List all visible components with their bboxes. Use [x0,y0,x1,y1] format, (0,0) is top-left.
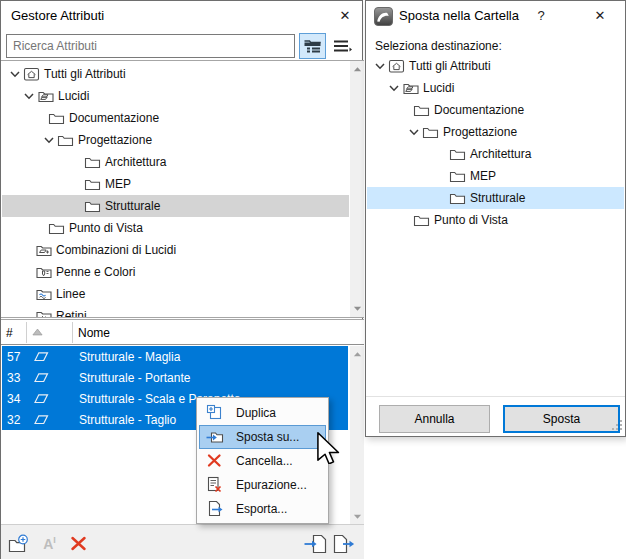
tree-item-lucidi[interactable]: Lucidi [2,85,349,107]
scroll-down-icon[interactable] [350,510,364,524]
scroll-up-icon[interactable] [350,62,364,76]
tree-item-label: Tutti gli Attributi [44,67,126,81]
tree-item-label: MEP [470,169,496,183]
folder-icon [413,212,430,228]
column-number[interactable]: # [6,326,13,340]
list-view-flyout-button[interactable] [329,33,356,59]
tree-item-label: Documentazione [434,103,524,117]
tree-item-label: Strutturale [470,191,525,205]
new-folder-icon [8,534,29,554]
column-name[interactable]: Nome [78,326,110,340]
move-to-folder-icon [206,428,223,445]
tree-scrollbar[interactable] [350,61,364,317]
tree-item-strutturale[interactable]: Strutturale [367,187,624,209]
right-titlebar[interactable]: Sposta nella Cartella ? ✕ [366,1,625,31]
tree-item-progettazione[interactable]: Progettazione [2,129,349,151]
search-input[interactable] [6,34,295,58]
right-dialog-title: Sposta nella Cartella [399,8,519,23]
chevron-down-icon[interactable] [387,81,401,95]
menu-item-esporta[interactable]: Esporta... [199,497,326,521]
export-icon [332,532,355,555]
tree-item-label: Progettazione [443,125,517,139]
tree-item-label: Punto di Vista [434,213,508,227]
folder-icon [413,102,430,118]
row-name: Strutturale - Taglio [79,413,176,427]
chevron-down-icon[interactable] [22,89,36,103]
tree-item-retini[interactable]: Retini [2,305,349,318]
folder-icon [57,132,74,148]
tree-item-label: MEP [105,177,131,191]
destination-prompt: Seleziona destinazione: [375,39,502,53]
tree-item-label: Documentazione [69,111,159,125]
close-icon[interactable]: ✕ [333,5,357,27]
delete-button[interactable] [67,532,90,555]
folder-icon [449,168,466,184]
row-number: 57 [7,350,20,364]
tree-item-documentazione[interactable]: Documentazione [367,99,624,121]
fills-folder-icon [35,308,52,318]
tree-item-tutti-gli-attributi[interactable]: Tutti gli Attributi [367,55,624,77]
duplicate-icon [206,404,223,421]
rename-button[interactable]: AI [38,532,61,555]
close-icon[interactable]: ✕ [588,5,612,27]
list-header[interactable]: # Nome [1,320,364,345]
tree-item-mep[interactable]: MEP [2,173,349,195]
scroll-down-icon[interactable] [350,302,364,316]
tree-item-penne-e-colori[interactable]: Penne e Colori [2,261,349,283]
folder-icon [48,110,65,126]
chevron-down-icon[interactable] [373,59,387,73]
table-row[interactable]: 33Strutturale - Portante [2,367,348,388]
export-item-icon [206,500,223,517]
menu-item-sposta-su[interactable]: Sposta su... [199,425,326,449]
left-titlebar[interactable]: Gestore Attributi ✕ [1,1,362,31]
menu-item-cancella[interactable]: Cancella... [199,449,326,473]
tree-item-architettura[interactable]: Architettura [2,151,349,173]
table-row[interactable]: 57Strutturale - Maglia [2,346,348,367]
new-folder-button[interactable] [7,532,30,555]
confirm-move-button[interactable]: Sposta [503,405,620,433]
import-button[interactable] [304,532,327,555]
layer-icon [32,369,49,385]
export-button[interactable] [332,532,355,555]
folder-icon [84,198,101,214]
menu-item-epurazione[interactable]: Epurazione... [199,473,326,497]
tree-item-combinazioni-di-lucidi[interactable]: Combinazioni di Lucidi [2,239,349,261]
tree-item-tutti-gli-attributi[interactable]: Tutti gli Attributi [2,63,349,85]
tree-item-punto-di-vista[interactable]: Punto di Vista [367,209,624,231]
layers-combo-icon [35,242,52,258]
folder-icon [449,190,466,206]
layers-icon [37,88,54,104]
folder-icon [84,154,101,170]
sort-ascending-icon[interactable] [32,328,43,336]
archicad-logo-icon [374,7,393,26]
menu-item-label: Epurazione... [236,478,307,492]
scroll-up-icon[interactable] [350,347,364,361]
tree-item-documentazione[interactable]: Documentazione [2,107,349,129]
resize-grip[interactable] [612,416,623,434]
tree-item-punto-di-vista[interactable]: Punto di Vista [2,217,349,239]
chevron-down-icon[interactable] [8,67,22,81]
home-icon [388,58,405,74]
left-dialog-title: Gestore Attributi [11,8,104,23]
tree-view-toggle-button[interactable] [299,33,326,59]
help-icon[interactable]: ? [529,5,553,27]
folder-icon [84,176,101,192]
tree-item-label: Retini [56,309,87,318]
tree-item-label: Architettura [470,147,531,161]
chevron-down-icon[interactable] [407,125,421,139]
list-scrollbar[interactable] [350,346,364,524]
menu-item-duplica[interactable]: Duplica [199,401,326,425]
import-icon [304,532,327,555]
tree-item-mep[interactable]: MEP [367,165,624,187]
tree-item-architettura[interactable]: Architettura [367,143,624,165]
menu-item-label: Cancella... [236,454,293,468]
destination-tree: Tutti gli AttributiLucidiDocumentazioneP… [366,53,625,283]
cancel-button[interactable]: Annulla [379,405,490,433]
tree-item-progettazione[interactable]: Progettazione [367,121,624,143]
mouse-cursor-icon [316,431,340,468]
context-menu: DuplicaSposta su...Cancella...Epurazione… [196,397,329,524]
tree-item-strutturale[interactable]: Strutturale [2,195,349,217]
tree-item-lucidi[interactable]: Lucidi [367,77,624,99]
chevron-down-icon[interactable] [42,133,56,147]
tree-item-linee[interactable]: Linee [2,283,349,305]
